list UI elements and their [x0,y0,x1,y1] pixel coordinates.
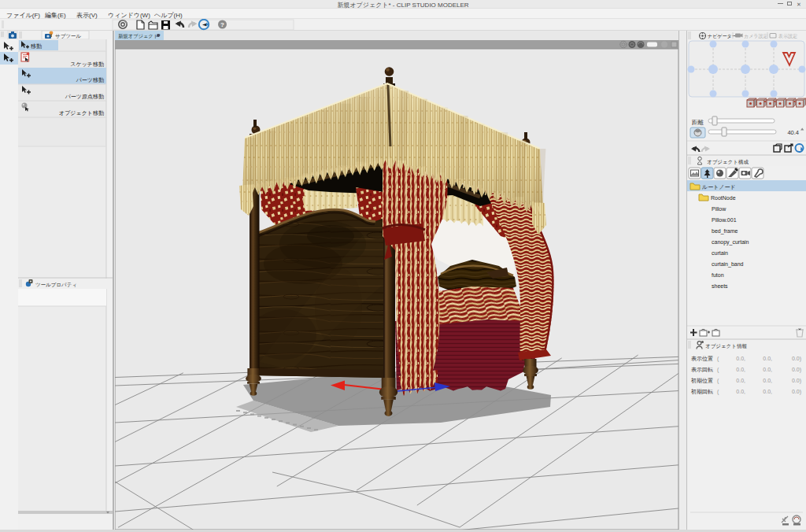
svg-text:カメラ設定: カメラ設定 [744,33,767,39]
svg-text:sheets: sheets [712,283,728,289]
svg-text:ルートノード: ルートノード [701,184,736,190]
svg-text:移動: 移動 [31,43,42,50]
svg-text:表示設定: 表示設定 [778,33,797,39]
svg-text:初期回転: 初期回転 [690,389,713,395]
svg-text:サブツール: サブツール [55,33,81,39]
svg-text:40.4: 40.4 [787,129,799,136]
svg-text:ナビゲーター: ナビゲーター [708,34,737,39]
svg-text:0.0): 0.0) [792,356,801,362]
svg-text:距離: 距離 [692,119,704,126]
svg-text:スケッチ移動: スケッチ移動 [70,61,104,68]
svg-text:canopy_curtain: canopy_curtain [712,239,749,246]
svg-text:?: ? [220,21,224,28]
svg-text:bed_frame: bed_frame [712,228,738,235]
svg-text:0.0): 0.0) [792,389,801,395]
svg-text:表示回転: 表示回転 [691,367,713,373]
svg-text:0.0,: 0.0, [763,356,772,361]
svg-text:パーツ移動: パーツ移動 [76,77,104,83]
svg-text:0.0): 0.0) [792,378,801,384]
svg-text:0.0,: 0.0, [736,356,745,361]
svg-text:オブジェクト情報: オブジェクト情報 [705,343,747,349]
svg-text:curtain: curtain [712,250,728,256]
svg-text:curtain_band: curtain_band [712,261,744,268]
svg-text:新規オブジェクト*: 新規オブジェクト* [118,33,161,39]
svg-text:0.0,: 0.0, [736,367,745,372]
svg-text:0.0,: 0.0, [736,378,745,383]
svg-text:パーツ原点移動: パーツ原点移動 [65,94,104,100]
svg-text:0.0,: 0.0, [763,367,772,372]
svg-text:0.0,: 0.0, [763,389,772,394]
svg-text:0.0,: 0.0, [763,378,772,383]
svg-text:オブジェクト移動: オブジェクト移動 [59,110,104,116]
svg-text:Pillow.001: Pillow.001 [712,217,737,223]
svg-text:futon: futon [712,272,724,278]
svg-text:RootNode: RootNode [711,195,736,201]
svg-text:ツールプロパティ: ツールプロパティ [35,282,77,287]
svg-text:初期位置: 初期位置 [690,378,713,383]
svg-text:表示位置: 表示位置 [691,356,713,362]
svg-text:0.0,: 0.0, [736,389,745,394]
svg-text:オブジェクト構成: オブジェクト構成 [707,159,749,165]
svg-text:0.0): 0.0) [792,367,801,373]
svg-text:Pillow: Pillow [712,206,727,212]
